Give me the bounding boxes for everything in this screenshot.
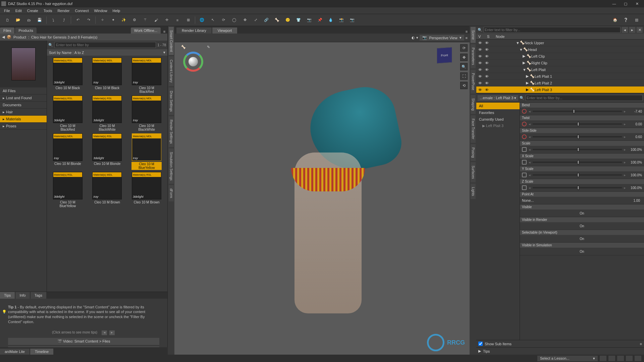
param-toggle[interactable]: On: [520, 222, 644, 230]
side-tab-surfaces[interactable]: Surfaces: [471, 162, 476, 182]
param-reset-icon[interactable]: [521, 146, 528, 153]
tab-files[interactable]: Files: [0, 27, 14, 34]
orbit-icon[interactable]: ⟳: [460, 44, 468, 52]
param-slider[interactable]: [533, 111, 622, 112]
scale-tool-icon[interactable]: ⤢: [251, 16, 260, 24]
param-value[interactable]: 100.0%: [626, 173, 644, 177]
expand-icon[interactable]: ▼: [523, 68, 527, 72]
lesson-btn-1[interactable]: [600, 356, 606, 361]
undo-icon[interactable]: ↶: [73, 16, 82, 24]
expand-icon[interactable]: ▶: [523, 54, 527, 58]
import-icon[interactable]: ⤵: [49, 16, 58, 24]
close-button[interactable]: ✕: [631, 0, 643, 7]
select-icon[interactable]: 👁: [485, 81, 492, 85]
eye-icon[interactable]: 👁: [478, 68, 485, 72]
col-node[interactable]: Node: [496, 35, 504, 39]
menu-render[interactable]: Render: [55, 9, 72, 13]
param-reset-icon[interactable]: [521, 121, 528, 127]
param-toggle[interactable]: On: [520, 248, 644, 255]
brush-icon[interactable]: 🖌: [152, 16, 160, 24]
slider-handle-left[interactable]: ◂: [529, 122, 531, 126]
work-offline-button[interactable]: Work Offline...: [131, 27, 161, 34]
select-icon[interactable]: 👁: [485, 61, 492, 65]
tab-info[interactable]: Info: [15, 292, 30, 299]
category-poses[interactable]: ▸Poses: [0, 123, 47, 130]
slider-handle-left[interactable]: ◂: [529, 147, 531, 152]
scene-node[interactable]: 👁👁▶🦴Right Clip: [476, 60, 644, 66]
param-value[interactable]: 100.0%: [626, 161, 644, 164]
tips-panel-label[interactable]: Tips: [483, 349, 490, 353]
orbit-tool-icon[interactable]: ◯: [230, 16, 238, 24]
breadcrumb-back-icon[interactable]: ◀: [2, 35, 5, 39]
pan-icon[interactable]: ✥: [460, 54, 468, 61]
view-mode-dropdown[interactable]: 📷 Perspective View ▾: [420, 35, 464, 41]
param-value[interactable]: 0.60: [626, 135, 644, 139]
video-link-files[interactable]: 🎬 Video: Smart Content > Files: [8, 338, 159, 345]
expand-icon[interactable]: ▼: [516, 41, 520, 45]
scene-node[interactable]: 👁👁▼🦴Left Plait: [476, 66, 644, 73]
camera-add-icon[interactable]: 📷: [305, 16, 314, 24]
grid-icon[interactable]: ⊞: [184, 16, 193, 24]
param-cat-currently-used[interactable]: Currently Used: [476, 116, 520, 123]
panel-menu-icon[interactable]: ≡: [161, 29, 167, 34]
eye-icon[interactable]: 👁: [478, 74, 485, 78]
bone-icon[interactable]: 🦴: [273, 16, 281, 24]
side-tab-scene[interactable]: Scene: [471, 27, 476, 43]
open-recent-icon[interactable]: 🗁: [24, 16, 33, 24]
new-file-icon[interactable]: 🗋: [3, 16, 12, 24]
globe-icon[interactable]: 🌐: [198, 16, 206, 24]
side-tab-posing[interactable]: Posing: [471, 144, 476, 161]
save-icon[interactable]: 💾: [35, 16, 44, 24]
puppet-icon[interactable]: 🙂: [283, 16, 292, 24]
tip-prev-button[interactable]: ◂: [102, 330, 107, 335]
select-icon[interactable]: 👁: [485, 68, 492, 72]
param-slider[interactable]: [533, 123, 622, 125]
chain-icon[interactable]: 🔗: [262, 16, 271, 24]
category-lost-and-found[interactable]: ▸Lost and Found: [0, 95, 47, 102]
param-slider[interactable]: [533, 136, 622, 137]
eye-icon[interactable]: 👁: [478, 54, 485, 58]
scene-filter-input[interactable]: [484, 27, 621, 33]
material-thumb[interactable]: Material(s) MDLIray: [132, 58, 161, 85]
material-thumb[interactable]: Material(s) MDLIray: [132, 96, 161, 123]
material-thumb[interactable]: Material(s) RSL3delight: [53, 172, 83, 199]
export-icon[interactable]: ⤴: [60, 16, 68, 24]
side-tab-simulation-settings[interactable]: Simulation Settings: [169, 148, 174, 184]
pointer-icon[interactable]: ↖: [208, 16, 217, 24]
category-documents[interactable]: Documents: [0, 102, 47, 109]
expand-icon[interactable]: ▶: [526, 81, 530, 85]
param-cat-favorites[interactable]: Favorites: [476, 109, 520, 116]
material-thumb[interactable]: Material(s) MDLIray: [132, 133, 161, 161]
select-icon[interactable]: 👁: [485, 41, 492, 45]
tab-animate-lite[interactable]: aniMate Lite: [0, 349, 30, 355]
tip-next-button[interactable]: ▸: [109, 330, 115, 335]
chevron-down-icon[interactable]: ▾: [163, 50, 165, 55]
tips-expand-icon[interactable]: ▶: [478, 349, 483, 353]
material-thumb[interactable]: Material(s) MDLIray: [53, 133, 83, 161]
render-icon[interactable]: 📷: [348, 16, 357, 24]
expand-icon[interactable]: ▼: [519, 48, 523, 52]
side-tab-shaping[interactable]: Shaping: [471, 95, 476, 114]
viewport-panel-menu-icon[interactable]: ≡: [464, 29, 470, 34]
filter-prev-button[interactable]: ◂: [622, 27, 628, 33]
move-tool-icon[interactable]: ✥: [240, 16, 249, 24]
gear-icon[interactable]: ⚙: [130, 16, 139, 24]
param-reset-icon[interactable]: [521, 134, 528, 140]
param-reset-icon[interactable]: [521, 108, 528, 114]
eye-icon[interactable]: 👁: [478, 48, 485, 52]
slider-handle-left[interactable]: ◂: [529, 173, 531, 177]
slider-handle-left[interactable]: ◂: [529, 135, 531, 139]
node-tool-icon[interactable]: ✧: [98, 16, 107, 24]
layout-icon[interactable]: ▥: [632, 16, 641, 24]
rotation-indicator[interactable]: 🦴 ✎: [180, 45, 211, 76]
material-thumb[interactable]: Material(s) MDLIray: [92, 172, 122, 199]
menu-tools[interactable]: Tools: [41, 9, 55, 13]
side-tab-parameters[interactable]: Parameters: [471, 44, 476, 68]
tab-timeline[interactable]: Timeline: [30, 349, 53, 355]
select-icon[interactable]: 👁: [485, 48, 492, 52]
param-value[interactable]: 100.0%: [626, 148, 644, 152]
menu-window[interactable]: Window: [91, 9, 110, 13]
lesson-btn-4[interactable]: [626, 356, 633, 361]
redo-icon[interactable]: ↷: [84, 16, 93, 24]
side-tab-smart-content[interactable]: Smart Content: [169, 27, 174, 55]
